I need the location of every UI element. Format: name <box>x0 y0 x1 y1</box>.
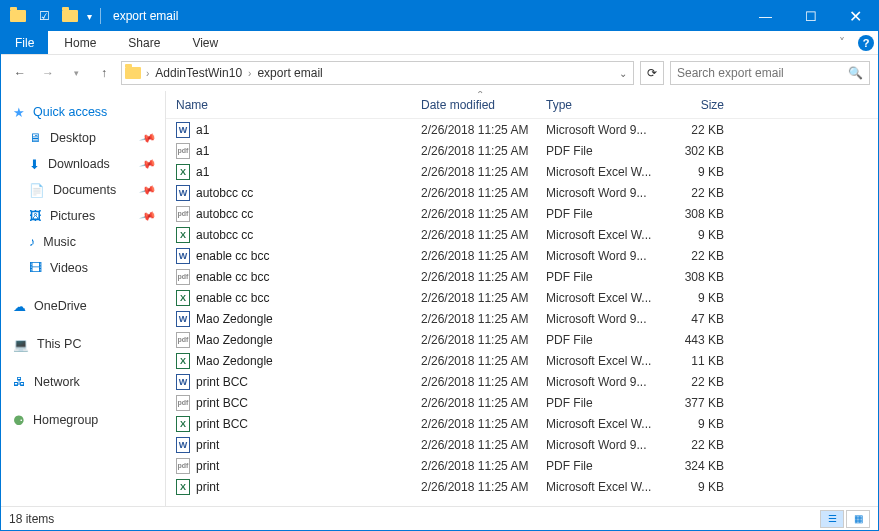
file-row[interactable]: autobcc cc2/26/2018 11:25 AMPDF File308 … <box>166 203 878 224</box>
status-item-count: 18 items <box>9 512 54 526</box>
chevron-right-icon[interactable]: › <box>246 68 253 79</box>
file-name: print <box>196 438 219 452</box>
file-row[interactable]: Mao Zedongle2/26/2018 11:25 AMPDF File44… <box>166 329 878 350</box>
help-button[interactable]: ? <box>854 31 878 54</box>
file-date: 2/26/2018 11:25 AM <box>421 228 546 242</box>
qat-properties-icon[interactable]: ☑ <box>33 5 55 27</box>
view-details-button[interactable]: ☰ <box>820 510 844 528</box>
address-bar[interactable]: › AddinTestWin10 › export email ⌄ <box>121 61 634 85</box>
qat-dropdown-icon[interactable]: ▾ <box>87 11 92 22</box>
file-list: a12/26/2018 11:25 AMMicrosoft Word 9...2… <box>166 119 878 506</box>
file-row[interactable]: Mao Zedongle2/26/2018 11:25 AMMicrosoft … <box>166 350 878 371</box>
excel-file-icon <box>176 479 190 495</box>
sidebar-desktop[interactable]: 🖥Desktop📌 <box>1 125 165 151</box>
sidebar-videos[interactable]: 🎞Videos <box>1 255 165 281</box>
refresh-button[interactable]: ⟳ <box>640 61 664 85</box>
file-row[interactable]: a12/26/2018 11:25 AMPDF File302 KB <box>166 140 878 161</box>
file-type: PDF File <box>546 396 666 410</box>
search-input[interactable] <box>677 66 848 80</box>
up-button[interactable]: ↑ <box>93 62 115 84</box>
file-row[interactable]: a12/26/2018 11:25 AMMicrosoft Excel W...… <box>166 161 878 182</box>
file-row[interactable]: Mao Zedongle2/26/2018 11:25 AMMicrosoft … <box>166 308 878 329</box>
file-date: 2/26/2018 11:25 AM <box>421 249 546 263</box>
file-type: PDF File <box>546 459 666 473</box>
column-header-size[interactable]: Size <box>666 98 736 112</box>
file-row[interactable]: a12/26/2018 11:25 AMMicrosoft Word 9...2… <box>166 119 878 140</box>
maximize-button[interactable]: ☐ <box>788 1 833 31</box>
file-date: 2/26/2018 11:25 AM <box>421 186 546 200</box>
sidebar-thispc[interactable]: 💻This PC <box>1 331 165 357</box>
help-icon: ? <box>858 35 874 51</box>
breadcrumb[interactable]: AddinTestWin10 <box>151 66 246 80</box>
file-row[interactable]: print2/26/2018 11:25 AMPDF File324 KB <box>166 455 878 476</box>
file-date: 2/26/2018 11:25 AM <box>421 291 546 305</box>
file-name: autobcc cc <box>196 207 253 221</box>
file-row[interactable]: print BCC2/26/2018 11:25 AMMicrosoft Exc… <box>166 413 878 434</box>
file-type: Microsoft Excel W... <box>546 228 666 242</box>
file-size: 9 KB <box>666 291 736 305</box>
file-size: 308 KB <box>666 207 736 221</box>
column-header-name[interactable]: Name <box>166 98 421 112</box>
file-row[interactable]: print2/26/2018 11:25 AMMicrosoft Word 9.… <box>166 434 878 455</box>
sidebar-documents[interactable]: 📄Documents📌 <box>1 177 165 203</box>
file-row[interactable]: print2/26/2018 11:25 AMMicrosoft Excel W… <box>166 476 878 497</box>
file-name: autobcc cc <box>196 186 253 200</box>
file-type: Microsoft Word 9... <box>546 438 666 452</box>
sidebar-onedrive[interactable]: ☁OneDrive <box>1 293 165 319</box>
music-icon: ♪ <box>29 235 35 249</box>
ribbon-collapse-icon[interactable]: ˅ <box>830 31 854 54</box>
file-type: PDF File <box>546 144 666 158</box>
pdf-file-icon <box>176 395 190 411</box>
sidebar-label: Quick access <box>33 105 107 119</box>
file-type: PDF File <box>546 333 666 347</box>
title-bar[interactable]: ☑ ▾ export email — ☐ ✕ <box>1 1 878 31</box>
tab-view[interactable]: View <box>176 31 234 54</box>
close-button[interactable]: ✕ <box>833 1 878 31</box>
file-date: 2/26/2018 11:25 AM <box>421 417 546 431</box>
file-row[interactable]: enable cc bcc2/26/2018 11:25 AMMicrosoft… <box>166 245 878 266</box>
search-icon[interactable]: 🔍 <box>848 66 863 80</box>
file-type: Microsoft Excel W... <box>546 165 666 179</box>
file-name: enable cc bcc <box>196 249 269 263</box>
sidebar-downloads[interactable]: ⬇Downloads📌 <box>1 151 165 177</box>
sidebar-label: Documents <box>53 183 116 197</box>
file-row[interactable]: autobcc cc2/26/2018 11:25 AMMicrosoft Ex… <box>166 224 878 245</box>
file-row[interactable]: autobcc cc2/26/2018 11:25 AMMicrosoft Wo… <box>166 182 878 203</box>
excel-file-icon <box>176 164 190 180</box>
file-type: Microsoft Excel W... <box>546 291 666 305</box>
minimize-button[interactable]: — <box>743 1 788 31</box>
back-button[interactable]: ← <box>9 62 31 84</box>
file-row[interactable]: enable cc bcc2/26/2018 11:25 AMMicrosoft… <box>166 287 878 308</box>
sidebar-label: OneDrive <box>34 299 87 313</box>
file-type: Microsoft Word 9... <box>546 123 666 137</box>
sidebar-quick-access[interactable]: ★Quick access <box>1 99 165 125</box>
file-size: 9 KB <box>666 417 736 431</box>
file-row[interactable]: enable cc bcc2/26/2018 11:25 AMPDF File3… <box>166 266 878 287</box>
recent-locations-icon[interactable]: ▾ <box>65 62 87 84</box>
word-file-icon <box>176 437 190 453</box>
column-header-type[interactable]: Type <box>546 98 666 112</box>
qat-folder-icon[interactable] <box>7 5 29 27</box>
sidebar-music[interactable]: ♪Music <box>1 229 165 255</box>
tab-file[interactable]: File <box>1 31 48 54</box>
forward-button[interactable]: → <box>37 62 59 84</box>
file-row[interactable]: print BCC2/26/2018 11:25 AMMicrosoft Wor… <box>166 371 878 392</box>
search-box[interactable]: 🔍 <box>670 61 870 85</box>
address-dropdown-icon[interactable]: ⌄ <box>613 68 633 79</box>
file-name: print BCC <box>196 417 248 431</box>
tab-home[interactable]: Home <box>48 31 112 54</box>
file-date: 2/26/2018 11:25 AM <box>421 165 546 179</box>
file-size: 9 KB <box>666 480 736 494</box>
chevron-right-icon[interactable]: › <box>144 68 151 79</box>
view-icons-button[interactable]: ▦ <box>846 510 870 528</box>
tab-share[interactable]: Share <box>112 31 176 54</box>
file-type: PDF File <box>546 270 666 284</box>
sidebar-homegroup[interactable]: ⚈Homegroup <box>1 407 165 433</box>
sort-indicator-icon: ⌃ <box>476 91 484 100</box>
file-date: 2/26/2018 11:25 AM <box>421 375 546 389</box>
qat-newfolder-icon[interactable] <box>59 5 81 27</box>
breadcrumb[interactable]: export email <box>253 66 326 80</box>
sidebar-network[interactable]: 🖧Network <box>1 369 165 395</box>
sidebar-pictures[interactable]: 🖼Pictures📌 <box>1 203 165 229</box>
file-row[interactable]: print BCC2/26/2018 11:25 AMPDF File377 K… <box>166 392 878 413</box>
